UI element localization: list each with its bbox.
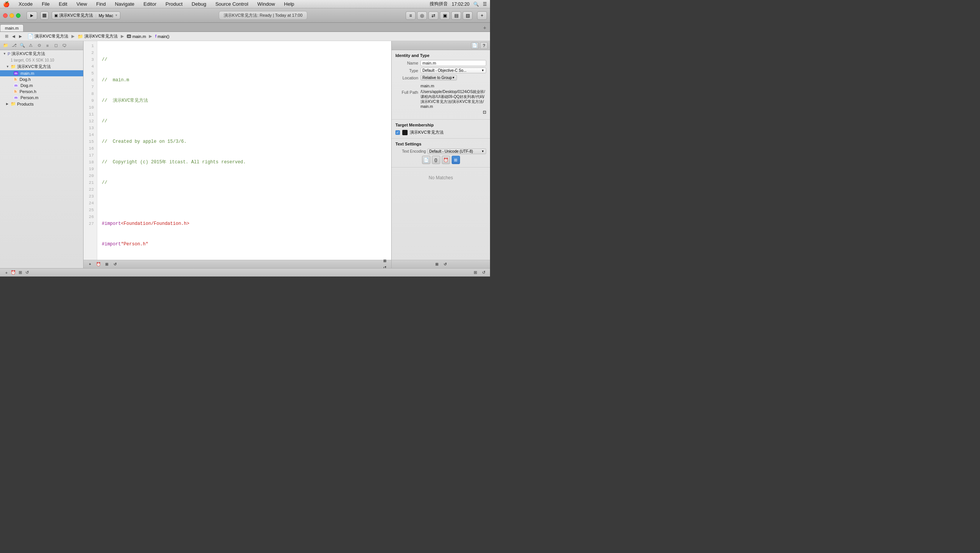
apple-menu[interactable]: 🍎 [3, 1, 10, 7]
tab-add-button[interactable]: + [481, 24, 488, 32]
sidebar-item-person-m[interactable]: m Person.m [0, 95, 83, 101]
inspector-refresh-btn[interactable]: ↺ [442, 261, 449, 268]
file-name-person-m: Person.m [21, 95, 38, 100]
tab-label: main.m [5, 26, 19, 30]
editor-mode-btn[interactable]: ⊞ [3, 33, 10, 40]
sidebar-item-products[interactable]: 📁 Products [0, 101, 83, 107]
assistant-editor-btn[interactable]: ▤ [451, 11, 461, 20]
run-button[interactable]: ▶ [27, 11, 37, 20]
editor-area: 1 2 3 4 5 6 7 8 9 10 11 12 13 14 15 16 1… [84, 41, 391, 268]
project-root-item[interactable]: P 演示KVC常见方法 [0, 50, 83, 57]
stop-button[interactable] [40, 11, 49, 20]
inspector-code-icon[interactable]: {} [432, 156, 440, 164]
minimize-button[interactable] [10, 13, 14, 18]
target-checkbox[interactable]: ✓ [395, 130, 400, 135]
sidebar-item-person-h[interactable]: h Person.h [0, 89, 83, 95]
breakpoints-btn[interactable]: ◎ [417, 11, 427, 20]
menu-edit[interactable]: Edit [57, 1, 69, 7]
file-inspector-btn[interactable]: 📄 [471, 42, 479, 49]
diff-btn[interactable]: ⇄ [428, 11, 438, 20]
status-cycle-btn[interactable]: ↺ [480, 269, 487, 276]
sidebar-report-btn[interactable]: 🗨 [61, 42, 68, 49]
standard-editor-btn[interactable]: ▣ [440, 11, 450, 20]
location-select[interactable]: Relative to Group ▼ [420, 75, 457, 81]
products-name: Products [17, 102, 33, 106]
close-button[interactable] [3, 13, 8, 18]
status-filter-btn[interactable]: ⊞ [17, 269, 24, 276]
scheme-selector[interactable]: ▣ 演示KVC常见方法 : My Mac ▼ [52, 11, 121, 19]
filter-btn[interactable]: ⊞ [103, 261, 110, 268]
code-content[interactable]: // // main.m // 演示KVC常见方法 // // Created … [97, 41, 391, 260]
back-btn[interactable]: ◀ [11, 33, 17, 40]
sidebar-item-dog-h[interactable]: h Dog.h [0, 76, 83, 83]
code-line-2: // main.m [102, 77, 387, 84]
fullpath-value: /Users/apple/Desktop/0124iOS就业班/课程内容/UI基… [420, 89, 486, 109]
help-btn[interactable]: ? [480, 42, 488, 49]
group-folder-icon: 📁 [11, 64, 16, 69]
menu-window[interactable]: Window [256, 1, 277, 7]
jump-project[interactable]: 📄 演示KVC常见方法 [26, 33, 70, 40]
jump-func-name: main() [158, 34, 169, 39]
sidebar-debug-btn[interactable]: ≡ [44, 42, 51, 49]
menu-xcode[interactable]: Xcode [17, 1, 34, 7]
menu-input-method[interactable]: 搜狗拼音 [430, 1, 448, 7]
menu-file[interactable]: File [40, 1, 51, 7]
status-add-btn[interactable]: + [3, 269, 10, 276]
menu-find[interactable]: Find [95, 1, 107, 7]
add-file-btn[interactable]: + [477, 11, 487, 20]
menu-debug[interactable]: Debug [190, 1, 208, 7]
sidebar-item-group-main[interactable]: 📁 演示KVC常见方法 [0, 63, 83, 70]
nav-buttons: ◀ ▶ [11, 33, 24, 40]
menu-search-icon[interactable]: 🔍 [473, 2, 479, 7]
menu-source-control[interactable]: Source Control [214, 1, 250, 7]
inspector-split-btn[interactable]: ⊞ [433, 261, 440, 268]
version-editor-btn[interactable]: ▧ [463, 11, 473, 20]
toolbar: ▶ ▣ 演示KVC常见方法 : My Mac ▼ 演示KVC常见方法: Read… [0, 8, 490, 23]
tab-main-m[interactable]: main.m [0, 24, 24, 32]
recent-files-btn[interactable]: ⏰ [95, 261, 102, 268]
inspector-history-icon[interactable]: ⏰ [442, 156, 450, 164]
jump-folder[interactable]: 📁 演示KVC常见方法 [76, 33, 120, 40]
status-pill: 演示KVC常见方法: Ready | Today at 17:00 [219, 11, 307, 20]
code-line-9: #import <Foundation/Foundation.h> [102, 220, 387, 227]
inspector-doc-icon[interactable]: 📄 [422, 156, 430, 164]
status-history-btn[interactable]: ⏰ [10, 269, 17, 276]
menu-help[interactable]: Help [283, 1, 296, 7]
target-name: 演示KVC常见方法 [410, 130, 444, 135]
menu-control-icon[interactable]: ☰ [483, 2, 487, 7]
sidebar-folder-btn[interactable]: 📁 [2, 42, 9, 49]
cycle-btn[interactable]: ↺ [381, 264, 388, 269]
sidebar-search-btn[interactable]: 🔍 [19, 42, 26, 49]
sidebar-warn-btn[interactable]: ⚠ [27, 42, 34, 49]
fullpath-icon-btn[interactable]: ⊡ [420, 110, 486, 115]
jump-file[interactable]: m main.m [125, 34, 147, 39]
sidebar-toolbar: 📁 ⎇ 🔍 ⚠ ⊙ ≡ ◻ 🗨 [0, 41, 83, 50]
encoding-label: Text Encoding [395, 149, 426, 153]
menu-view[interactable]: View [75, 1, 89, 7]
maximize-button[interactable] [16, 13, 21, 18]
status-grid-btn[interactable]: ⊞ [472, 269, 479, 276]
type-select[interactable]: Default - Objective-C So... ▼ [420, 68, 486, 73]
project-arrow [3, 52, 8, 56]
jump-function[interactable]: f main() [153, 34, 171, 39]
sidebar-vcs-btn[interactable]: ⎇ [11, 42, 18, 49]
target-row: ✓ 演示KVC常见方法 [395, 130, 486, 135]
sidebar-item-dog-m[interactable]: m Dog.m [0, 83, 83, 89]
encoding-value: Default - Unicode (UTF-8) [429, 149, 473, 153]
menu-product[interactable]: Product [164, 1, 184, 7]
inspector-grid-icon[interactable]: ⊞ [452, 156, 460, 164]
menu-editor[interactable]: Editor [142, 1, 158, 7]
code-editor[interactable]: 1 2 3 4 5 6 7 8 9 10 11 12 13 14 15 16 1… [84, 41, 391, 260]
sidebar-breakpoints-btn[interactable]: ◻ [52, 42, 59, 49]
menu-navigate[interactable]: Navigate [113, 1, 135, 7]
add-file-bottom-btn[interactable]: + [87, 261, 94, 268]
refresh-btn[interactable]: ↺ [112, 261, 119, 268]
status-refresh-btn[interactable]: ↺ [24, 269, 30, 276]
sidebar-test-btn[interactable]: ⊙ [36, 42, 43, 49]
name-input[interactable]: main.m [420, 60, 486, 66]
split-view-btn[interactable]: ⊞ [381, 257, 388, 264]
code-review-btn[interactable]: ≡ [406, 11, 415, 20]
forward-btn[interactable]: ▶ [18, 33, 24, 40]
sidebar-item-main-m[interactable]: m main.m [0, 70, 83, 76]
encoding-select[interactable]: Default - Unicode (UTF-8) ▼ [427, 148, 486, 154]
